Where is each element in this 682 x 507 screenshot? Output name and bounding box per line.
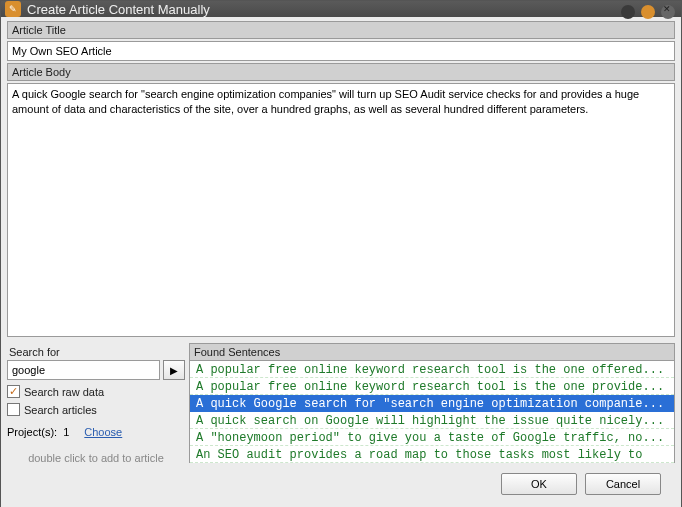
close-button[interactable] bbox=[661, 5, 675, 19]
window-controls bbox=[621, 5, 675, 19]
list-item[interactable]: A quick search on Google will highlight … bbox=[190, 412, 674, 429]
titlebar[interactable]: ✎ Create Article Content Manually bbox=[1, 1, 681, 17]
search-articles-label: Search articles bbox=[24, 404, 97, 416]
list-item[interactable]: A "honeymoon period" to give you a taste… bbox=[190, 429, 674, 446]
found-panel: Found Sentences A popular free online ke… bbox=[189, 343, 675, 463]
projects-label: Project(s): bbox=[7, 426, 57, 438]
search-articles-row[interactable]: Search articles bbox=[7, 403, 185, 416]
app-icon: ✎ bbox=[5, 1, 21, 17]
search-input[interactable] bbox=[7, 360, 160, 380]
window-title: Create Article Content Manually bbox=[27, 2, 210, 17]
article-body-label: Article Body bbox=[7, 63, 675, 81]
found-sentences-list[interactable]: A popular free online keyword research t… bbox=[189, 361, 675, 463]
maximize-button[interactable] bbox=[641, 5, 655, 19]
article-title-input[interactable] bbox=[7, 41, 675, 61]
list-item[interactable]: An SEO audit provides a road map to thos… bbox=[190, 446, 674, 463]
minimize-button[interactable] bbox=[621, 5, 635, 19]
list-item[interactable]: A popular free online keyword research t… bbox=[190, 361, 674, 378]
list-item[interactable]: A quick Google search for "search engine… bbox=[190, 395, 674, 412]
search-raw-data-checkbox[interactable] bbox=[7, 385, 20, 398]
dialog-footer: OK Cancel bbox=[7, 463, 675, 507]
search-panel: Search for ▶ Search raw data Search arti… bbox=[7, 343, 185, 463]
cancel-button[interactable]: Cancel bbox=[585, 473, 661, 495]
search-raw-data-label: Search raw data bbox=[24, 386, 104, 398]
search-raw-data-row[interactable]: Search raw data bbox=[7, 385, 185, 398]
choose-projects-link[interactable]: Choose bbox=[84, 426, 122, 438]
ok-button[interactable]: OK bbox=[501, 473, 577, 495]
dialog-content: Article Title Article Body Search for ▶ … bbox=[1, 17, 681, 507]
list-item[interactable]: A popular free online keyword research t… bbox=[190, 378, 674, 395]
projects-row: Project(s): 1 Choose bbox=[7, 426, 185, 438]
dialog-window: ✎ Create Article Content Manually Articl… bbox=[0, 0, 682, 507]
search-for-label: Search for bbox=[7, 343, 185, 360]
projects-count: 1 bbox=[63, 426, 69, 438]
search-articles-checkbox[interactable] bbox=[7, 403, 20, 416]
found-sentences-header: Found Sentences bbox=[189, 343, 675, 361]
search-go-button[interactable]: ▶ bbox=[163, 360, 185, 380]
article-title-label: Article Title bbox=[7, 21, 675, 39]
article-body-textarea[interactable] bbox=[7, 83, 675, 337]
